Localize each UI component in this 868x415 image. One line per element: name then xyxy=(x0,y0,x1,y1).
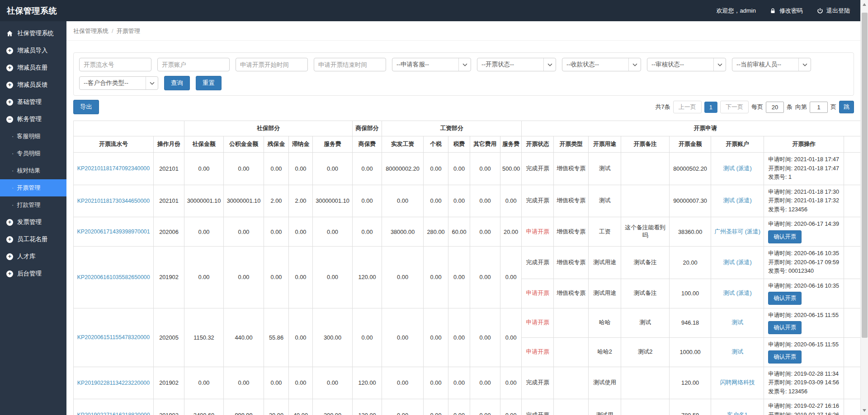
reset-button[interactable]: 重置 xyxy=(196,76,222,90)
select-客户合作类型[interactable]: --客户合作类型-- xyxy=(79,76,158,90)
confirm-invoice-button[interactable]: 确认开票 xyxy=(768,292,802,305)
ops-line: 申请时间: 2021-01-18 17:47 xyxy=(768,155,842,164)
page-number-button[interactable]: 1 xyxy=(704,102,717,113)
invoice-account-link[interactable]: 广州圣菲可 (派遣) xyxy=(714,228,760,235)
sidebar-item-社保管理系统[interactable]: 社保管理系统 xyxy=(0,25,66,42)
search-button[interactable]: 查询 xyxy=(164,76,190,90)
month-cell: 201902 xyxy=(154,247,184,308)
filter-panel: --申请客服----开票状态----收款状态----审核状态----当前审核人员… xyxy=(73,52,854,96)
per-page-suffix: 条 xyxy=(787,103,793,111)
invoice-account-link[interactable]: 测试 xyxy=(731,319,743,326)
sidebar-subitem-打款管理[interactable]: ·打款管理 xyxy=(0,196,66,214)
invoice-type-cell xyxy=(554,367,589,399)
serial-link[interactable]: KP202101181747092340000 xyxy=(77,165,150,172)
amount-cell: 0.00 xyxy=(448,185,470,217)
serial-link[interactable]: KP202006151155478320000 xyxy=(77,334,150,340)
invoice-ops-cell: 申请时间: 2020-06-16 10:35确认开票 xyxy=(764,279,844,308)
sidebar-subitem-专员明细[interactable]: ·专员明细 xyxy=(0,145,66,162)
sidebar-item-增减员在册[interactable]: +增减员在册 xyxy=(0,59,66,76)
sidebar-subitem-客服明细[interactable]: ·客服明细 xyxy=(0,128,66,145)
bullet-icon: · xyxy=(12,201,14,208)
ops-line: 开票时间: 2019-03-09 14:56 xyxy=(768,378,842,387)
table-row: KP20210118173034465000020210130000001.10… xyxy=(74,185,861,217)
filter-input[interactable] xyxy=(157,58,230,71)
next-page-button[interactable]: 下一页 xyxy=(720,101,749,113)
invoice-account-link[interactable]: 测试 (派遣) xyxy=(723,289,751,296)
goto-suffix: 页 xyxy=(830,103,836,111)
table-row: KP2020061610355826500002019020.000.000.0… xyxy=(74,247,861,279)
select-审核状态[interactable]: --审核状态-- xyxy=(647,58,726,71)
column-header-实发工资: 实发工资 xyxy=(382,136,424,153)
filter-input[interactable] xyxy=(314,58,386,71)
filter-input[interactable] xyxy=(79,58,151,71)
select-收款状态[interactable]: --收款状态-- xyxy=(562,58,641,71)
vertical-scrollbar[interactable] xyxy=(860,0,868,415)
serial-link[interactable]: KP202006171439398970001 xyxy=(77,228,150,235)
logout-link[interactable]: 退出登陆 xyxy=(816,7,850,15)
confirm-invoice-button[interactable]: 确认开票 xyxy=(768,350,802,364)
column-header-开票用途: 开票用途 xyxy=(589,136,621,153)
breadcrumb-parent[interactable]: 社保管理系统 xyxy=(73,28,108,34)
invoice-ops-cell: 申请时间: 2020-06-17 14:39确认开票 xyxy=(764,217,844,247)
sidebar-item-增减员反馈[interactable]: +增减员反馈 xyxy=(0,76,66,93)
select-当前审核人员[interactable]: --当前审核人员-- xyxy=(732,58,811,71)
serial-link[interactable]: KP202006161035582650000 xyxy=(77,274,150,280)
serial-link[interactable]: KP201902281134223220000 xyxy=(77,380,150,386)
sidebar-subitem-开票管理[interactable]: ·开票管理 xyxy=(0,179,66,196)
column-header-开票流水号: 开票流水号 xyxy=(74,136,154,153)
month-cell: 202101 xyxy=(154,185,184,217)
ops-line: 申请时间: 2020-06-16 10:35 xyxy=(768,249,842,258)
serial-link[interactable]: KP202101181730344650000 xyxy=(77,198,150,204)
group-header-cell xyxy=(74,121,184,136)
amount-cell: 2400.60 xyxy=(184,399,224,415)
bullet-icon: · xyxy=(12,167,14,174)
confirm-invoice-button[interactable]: 确认开票 xyxy=(768,230,802,243)
scroll-down-arrow[interactable] xyxy=(863,409,866,412)
serial-link[interactable]: KP201902271616218820000 xyxy=(77,412,150,415)
amount-cell: 0.00 xyxy=(353,217,382,247)
main-content: 社保管理系统/开票管理 --申请客服----开票状态----收款状态----审核… xyxy=(66,21,860,415)
prev-page-button[interactable]: 上一页 xyxy=(673,101,702,113)
column-header-开票金额: 开票金额 xyxy=(670,136,711,153)
scroll-up-arrow[interactable] xyxy=(863,3,866,6)
invoice-account-link[interactable]: 测试 (派遣) xyxy=(723,165,751,172)
invoice-admin-cell xyxy=(844,337,860,367)
action-row: 导出 共7条 上一页 1 下一页 每页 条 向第 页 跳 xyxy=(73,100,854,114)
invoice-note-cell xyxy=(621,185,670,217)
invoice-account-link[interactable]: 测试 (派遣) xyxy=(723,197,751,204)
export-button[interactable]: 导出 xyxy=(73,100,99,114)
invoice-account-link[interactable]: 测试 (派遣) xyxy=(723,259,751,266)
column-header-其它费用: 其它费用 xyxy=(470,136,500,153)
sidebar-item-帐务管理[interactable]: −帐务管理 xyxy=(0,111,66,128)
confirm-invoice-button[interactable]: 确认开票 xyxy=(768,321,802,334)
amount-cell: 0.00 xyxy=(448,399,470,415)
sidebar-item-员工花名册[interactable]: +员工花名册 xyxy=(0,231,66,248)
invoice-account-link[interactable]: 测试 xyxy=(731,348,743,355)
amount-cell: 0.00 xyxy=(289,217,313,247)
sidebar-item-人才库[interactable]: +人才库 xyxy=(0,248,66,265)
group-header-cell: 工资部分 xyxy=(382,121,522,136)
scrollbar-thumb[interactable] xyxy=(862,13,868,338)
select-申请客服[interactable]: --申请客服-- xyxy=(392,58,471,71)
sidebar-subitem-核对结果[interactable]: ·核对结果 xyxy=(0,162,66,179)
invoice-account-link[interactable]: 闪聘网络科技 xyxy=(720,379,755,386)
change-password-link[interactable]: 修改密码 xyxy=(769,7,803,15)
goto-page-input[interactable] xyxy=(810,102,828,113)
sidebar-item-增减员导入[interactable]: +增减员导入 xyxy=(0,42,66,59)
amount-cell: 440.00 xyxy=(224,308,264,367)
per-page-input[interactable] xyxy=(766,102,784,113)
chevron-down-icon xyxy=(458,58,471,71)
sidebar-item-基础管理[interactable]: +基础管理 xyxy=(0,93,66,111)
invoice-admin-cell: ad xyxy=(844,153,860,185)
month-cell: 202101 xyxy=(154,153,184,185)
jump-button[interactable]: 跳 xyxy=(839,101,854,113)
amount-cell: 0.00 xyxy=(424,247,448,308)
invoice-account-link[interactable]: 客户名1 xyxy=(727,411,748,415)
invoice-ops-cell: 申请时间: 2020-06-15 11:55确认开票 xyxy=(764,308,844,337)
bullet-icon: · xyxy=(12,150,14,157)
select-开票状态[interactable]: --开票状态-- xyxy=(477,58,556,71)
filter-input[interactable] xyxy=(236,58,308,71)
sidebar-item-发票管理[interactable]: +发票管理 xyxy=(0,214,66,231)
ops-line: 发票号: 123456 xyxy=(768,205,842,214)
sidebar-item-后台管理[interactable]: +后台管理 xyxy=(0,265,66,282)
